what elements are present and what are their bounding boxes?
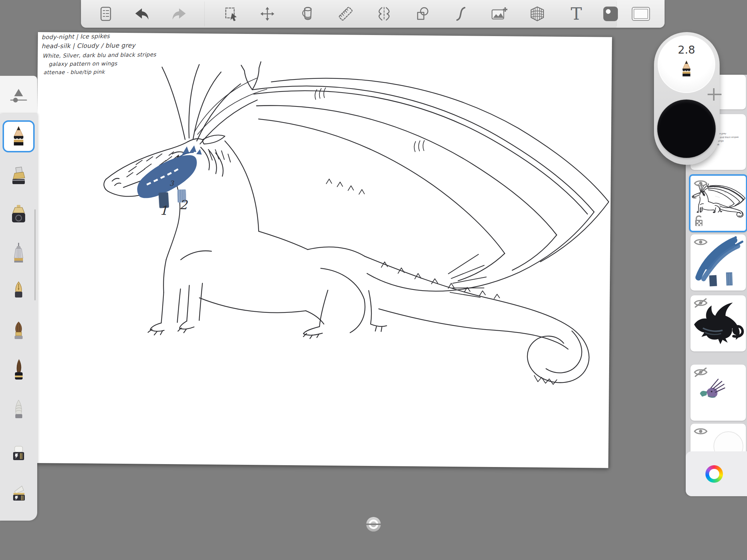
- import-image-button[interactable]: [489, 4, 509, 24]
- canvas-frame-icon: [632, 7, 650, 21]
- layer-visibility-toggle[interactable]: [694, 298, 708, 308]
- layer-visibility-toggle[interactable]: [694, 368, 708, 377]
- pointed-brush-icon: [11, 358, 26, 381]
- perspective-box-icon: [529, 5, 546, 22]
- stroke-curve-button[interactable]: [450, 4, 471, 24]
- drawing-app-screen: { "app": { "name": "sketchbook-drawing-a…: [0, 0, 747, 560]
- canvas-note-line-1: body-night | Ice spikes: [42, 32, 110, 40]
- airbrush-icon: [10, 204, 27, 225]
- eye-open-icon: [694, 237, 708, 247]
- swatch-label-3: 3: [169, 179, 174, 187]
- curve-stroke-icon: [453, 6, 469, 22]
- dragon-line-art: [34, 32, 612, 468]
- top-toolbar: T: [81, 0, 665, 28]
- eye-hidden-icon: [694, 368, 708, 377]
- undo-arrow-icon: [131, 6, 148, 22]
- symmetry-icon: [376, 6, 392, 22]
- blue-paint-layer: [137, 145, 202, 198]
- selection-tool-button[interactable]: [221, 4, 241, 24]
- eye-open-icon: [694, 427, 708, 436]
- fountain-pen-icon: [11, 281, 26, 302]
- redo-arrow-icon: [173, 6, 190, 22]
- color-wheel-button[interactable]: [705, 465, 723, 483]
- active-brush-pencil-icon: [680, 57, 693, 81]
- layer-card-black-dragon[interactable]: [690, 295, 746, 351]
- symmetry-tool-button[interactable]: [374, 4, 394, 24]
- text-tool-button[interactable]: T: [566, 4, 587, 24]
- blend-stump-icon: [11, 399, 26, 421]
- color-corner-button[interactable]: [600, 4, 621, 24]
- canvas-frame-button[interactable]: [631, 4, 651, 24]
- brush-settings-button[interactable]: [0, 76, 37, 114]
- drawing-canvas[interactable]: body-night | Ice spikes head-silk | Clou…: [34, 32, 612, 468]
- round-brush-icon: [11, 320, 26, 341]
- brush-settings-icon: [10, 89, 27, 101]
- canvas-note-line-4: galaxy pattern on wings: [49, 60, 117, 67]
- shapes-icon: [414, 6, 430, 22]
- eye-hidden-icon: [694, 298, 708, 308]
- corner-swatch-icon: [603, 7, 618, 21]
- brush-item-fountain-pen[interactable]: [4, 277, 33, 306]
- canvas-note-line-2: head-silk | Cloudy / blue grey: [42, 42, 136, 50]
- shapes-tool-button[interactable]: [412, 4, 433, 24]
- layer-card-line-art-selected[interactable]: [689, 174, 747, 232]
- transform-tool-button[interactable]: [257, 4, 278, 24]
- transparency-lock-toggle[interactable]: [694, 215, 705, 228]
- pencil-icon: [11, 125, 27, 148]
- perspective-tool-button[interactable]: [527, 4, 547, 24]
- brush-sidebar: [0, 76, 37, 521]
- eraser-icon: [10, 445, 27, 464]
- layer-list-button[interactable]: [96, 4, 116, 24]
- current-color-puck[interactable]: [657, 100, 716, 158]
- eye-open-icon: [694, 179, 708, 188]
- brush-item-flat-marker[interactable]: [4, 162, 33, 191]
- redo-button[interactable]: [171, 4, 191, 24]
- flat-marker-icon: [10, 166, 27, 187]
- paint-bucket-icon: [299, 6, 316, 22]
- swatch-label-2: 2: [179, 197, 187, 212]
- swatch-label-1: 1: [160, 203, 168, 218]
- layer-visibility-toggle[interactable]: [694, 427, 708, 436]
- marquee-select-icon: [223, 6, 239, 22]
- fineliner-pen-icon: [11, 242, 26, 264]
- brush-item-blend-stump[interactable]: [4, 395, 33, 424]
- ruler-icon: [337, 5, 354, 22]
- brush-size-value: 2.8: [658, 43, 715, 56]
- text-tool-glyph: T: [571, 5, 582, 22]
- canvas-note-line-3: White, Silver, dark blu and black stripe…: [42, 51, 156, 59]
- sidebar-scrollbar[interactable]: [34, 209, 36, 300]
- fill-tool-button[interactable]: [297, 4, 318, 24]
- canvas-note-line-5: attenae - blue/tip pink: [43, 69, 105, 75]
- layer-visibility-toggle[interactable]: [694, 237, 708, 247]
- toolbar-divider: [204, 1, 205, 26]
- list-icon: [98, 6, 114, 22]
- brush-item-round-brush[interactable]: [4, 316, 33, 345]
- layer-visibility-toggle[interactable]: [694, 179, 708, 188]
- layer-card-blue-paint[interactable]: [690, 234, 746, 291]
- brush-item-eraser[interactable]: [4, 440, 33, 469]
- layer-card-reference-dragon[interactable]: [690, 365, 746, 421]
- move-arrows-icon: [259, 6, 275, 22]
- puck-add-button[interactable]: [707, 88, 721, 101]
- brush-size-puck[interactable]: 2.8: [658, 35, 715, 93]
- ruler-tool-button[interactable]: [336, 4, 356, 24]
- undo-button[interactable]: [129, 4, 150, 24]
- layers-panel-footer: [686, 451, 747, 496]
- canvas-rotate-puck[interactable]: [366, 517, 381, 532]
- rotate-puck-divider: [365, 524, 382, 525]
- brush-item-airbrush[interactable]: [4, 200, 33, 229]
- chisel-marker-icon: [10, 484, 27, 505]
- brush-item-pointed-brush[interactable]: [4, 355, 33, 384]
- brush-item-pencil[interactable]: [3, 120, 35, 152]
- unlocked-checker-icon: [694, 215, 705, 227]
- brush-palette: [0, 114, 37, 521]
- image-plus-icon: [490, 6, 508, 22]
- brush-item-chisel-marker[interactable]: [4, 480, 33, 509]
- brush-item-fineliner[interactable]: [4, 238, 33, 268]
